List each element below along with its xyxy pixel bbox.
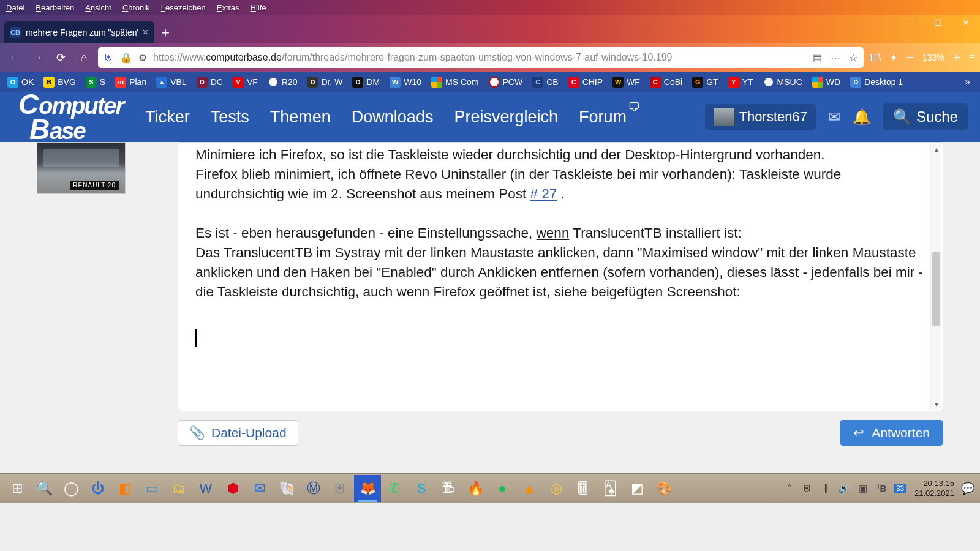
bookmark-item[interactable]: SS bbox=[83, 77, 108, 88]
bookmark-item[interactable]: DDM bbox=[350, 77, 382, 88]
nav-themen[interactable]: Themen bbox=[270, 108, 331, 127]
scroll-thumb[interactable] bbox=[932, 252, 940, 326]
bookmark-item[interactable]: PCW bbox=[486, 77, 526, 88]
taskview-icon[interactable]: ◯ bbox=[58, 475, 85, 502]
bookmark-item[interactable]: DDesktop 1 bbox=[848, 77, 905, 88]
menu-ansicht[interactable]: Ansicht bbox=[85, 3, 111, 12]
start-button[interactable]: ⊞ bbox=[4, 475, 31, 502]
app-icon[interactable]: Ⓜ bbox=[300, 475, 327, 502]
nav-forward-button[interactable]: → bbox=[28, 48, 47, 67]
nav-home-button[interactable]: ⌂ bbox=[75, 48, 93, 67]
tray-bluetooth-icon[interactable]: ∦ bbox=[820, 483, 832, 494]
bookmark-item[interactable]: WWF bbox=[610, 77, 643, 88]
extensions-icon[interactable]: ✦ bbox=[889, 52, 897, 64]
explorer-icon[interactable]: 🗂 bbox=[165, 475, 192, 502]
bookmark-item[interactable]: OOK bbox=[5, 77, 36, 88]
defender-icon[interactable]: ⛨ bbox=[327, 475, 354, 502]
mail-icon[interactable]: ✉ bbox=[246, 475, 273, 502]
reader-mode-icon[interactable]: ▤ bbox=[813, 52, 822, 64]
whatsapp-icon[interactable]: ✆ bbox=[381, 475, 408, 502]
skype-icon[interactable]: S bbox=[408, 475, 435, 502]
taskbar-clock[interactable]: 20:13:15 21.02.2021 bbox=[910, 479, 959, 498]
app-icon[interactable]: 🐚 bbox=[273, 475, 300, 502]
new-tab-button[interactable]: ＋ bbox=[154, 21, 176, 43]
bookmark-item[interactable]: DDC bbox=[194, 77, 225, 88]
app-icon[interactable]: ◩ bbox=[624, 475, 650, 502]
nav-tests[interactable]: Tests bbox=[211, 108, 249, 127]
tab-close-icon[interactable]: × bbox=[143, 27, 148, 38]
bookmark-item[interactable]: WD bbox=[810, 77, 843, 88]
menu-extras[interactable]: Extras bbox=[217, 3, 239, 12]
search-button[interactable]: 🔍 Suche bbox=[883, 103, 968, 130]
tray-security-icon[interactable]: ⛨ bbox=[802, 483, 814, 493]
window-minimize-icon[interactable]: ─ bbox=[895, 17, 924, 29]
bookmark-item[interactable]: GGT bbox=[690, 77, 720, 88]
window-close-icon[interactable]: ✕ bbox=[952, 17, 980, 29]
editor-content[interactable]: Minimiere ich Firefox, so ist die Taskle… bbox=[178, 143, 943, 411]
bookmark-item[interactable]: MSUC bbox=[761, 77, 805, 88]
scroll-up-icon[interactable]: ▴ bbox=[931, 144, 941, 155]
menu-chronik[interactable]: Chronik bbox=[123, 3, 150, 12]
bookmark-item[interactable]: ▲VBL bbox=[154, 77, 189, 88]
search-tb-icon[interactable]: 🔍 bbox=[31, 475, 58, 502]
nav-reload-button[interactable]: ⟳ bbox=[51, 48, 70, 67]
app-icon[interactable]: ◧ bbox=[111, 475, 138, 502]
library-icon[interactable]: ⫿⫿\ bbox=[869, 52, 881, 63]
system-tray[interactable]: ˄ ⛨ ∦ 🔊 ▣ ᵀB 33 bbox=[783, 483, 910, 494]
word-icon[interactable]: W bbox=[192, 475, 219, 502]
nav-back-button[interactable]: ← bbox=[5, 48, 23, 67]
app-icon[interactable]: 🂡 bbox=[597, 475, 624, 502]
menu-hilfe[interactable]: Hilfe bbox=[251, 3, 266, 12]
post-link-27[interactable]: # 27 bbox=[530, 186, 557, 201]
bookmark-item[interactable]: MS Com bbox=[429, 77, 481, 88]
bookmark-item[interactable]: BBVG bbox=[41, 77, 78, 88]
tray-volume-icon[interactable]: 🔊 bbox=[839, 483, 851, 494]
site-logo[interactable]: Computer Base bbox=[18, 92, 123, 143]
tray-chevron-icon[interactable]: ˄ bbox=[783, 483, 796, 494]
menu-lesezeichen[interactable]: Lesezeichen bbox=[161, 3, 206, 12]
browser-tab[interactable]: CB mehrere Fragen zum "späten" U × bbox=[4, 21, 154, 43]
zoom-in-icon[interactable]: + bbox=[953, 50, 961, 66]
bookmark-item[interactable]: CCB bbox=[530, 77, 560, 88]
bookmark-item[interactable]: CCHIP bbox=[566, 77, 605, 88]
bookmarks-overflow-icon[interactable]: » bbox=[960, 77, 975, 88]
page-actions-icon[interactable]: ⋯ bbox=[831, 52, 840, 64]
menu-bearbeiten[interactable]: Bearbeiten bbox=[36, 3, 74, 12]
bookmark-item[interactable]: CCoBi bbox=[647, 77, 685, 88]
bookmark-item[interactable]: R20 bbox=[265, 77, 300, 88]
file-upload-button[interactable]: 📎 Datei-Upload bbox=[178, 420, 298, 446]
nav-preisvergleich[interactable]: Preisvergleich bbox=[454, 108, 558, 127]
tray-badge[interactable]: 33 bbox=[894, 484, 906, 493]
bookmark-star-icon[interactable]: ☆ bbox=[849, 52, 858, 64]
nav-forum[interactable]: Forum🗨 bbox=[579, 108, 627, 127]
bookmark-item[interactable]: WW10 bbox=[387, 77, 424, 88]
shield-icon[interactable]: ⛨ bbox=[104, 52, 114, 63]
app-menu-icon[interactable]: ≡ bbox=[970, 52, 975, 63]
menu-datei[interactable]: Datei bbox=[6, 3, 24, 12]
nav-ticker[interactable]: Ticker bbox=[145, 108, 190, 127]
vlc-icon[interactable]: ▲ bbox=[516, 475, 543, 502]
editor-scrollbar[interactable]: ▴ ▾ bbox=[930, 144, 941, 410]
nav-downloads[interactable]: Downloads bbox=[352, 108, 434, 127]
app-icon[interactable]: 🎨 bbox=[650, 475, 677, 502]
reply-editor[interactable]: Minimiere ich Firefox, so ist die Taskle… bbox=[178, 142, 943, 411]
address-bar[interactable]: ⛨ 🔒 ⚙ https://www.computerbase.de/forum/… bbox=[98, 47, 864, 68]
scroll-down-icon[interactable]: ▾ bbox=[931, 399, 941, 410]
tray-translucenttb-icon[interactable]: ᵀB bbox=[875, 483, 888, 494]
app-icon[interactable]: ◎ bbox=[543, 475, 570, 502]
messages-icon[interactable]: ✉ bbox=[828, 108, 840, 126]
app-icon[interactable]: 🔥 bbox=[462, 475, 489, 502]
bookmark-item[interactable]: DDr. W bbox=[304, 77, 345, 88]
power-icon[interactable]: ⏻ bbox=[85, 475, 111, 502]
action-center-icon[interactable]: 💬 bbox=[959, 482, 976, 495]
zoom-out-icon[interactable]: − bbox=[906, 50, 914, 66]
bookmark-item[interactable]: YYT bbox=[726, 77, 756, 88]
author-avatar[interactable]: RENAULT 20 bbox=[37, 142, 126, 194]
zoom-level[interactable]: 133% bbox=[922, 53, 944, 62]
permissions-icon[interactable]: ⚙ bbox=[138, 52, 147, 64]
user-menu[interactable]: Thorsten67 bbox=[705, 104, 816, 130]
window-maximize-icon[interactable]: ☐ bbox=[924, 17, 952, 29]
notifications-icon[interactable]: 🔔 bbox=[853, 108, 871, 126]
app-icon[interactable]: 🂿 bbox=[570, 475, 597, 502]
lock-icon[interactable]: 🔒 bbox=[120, 52, 132, 64]
